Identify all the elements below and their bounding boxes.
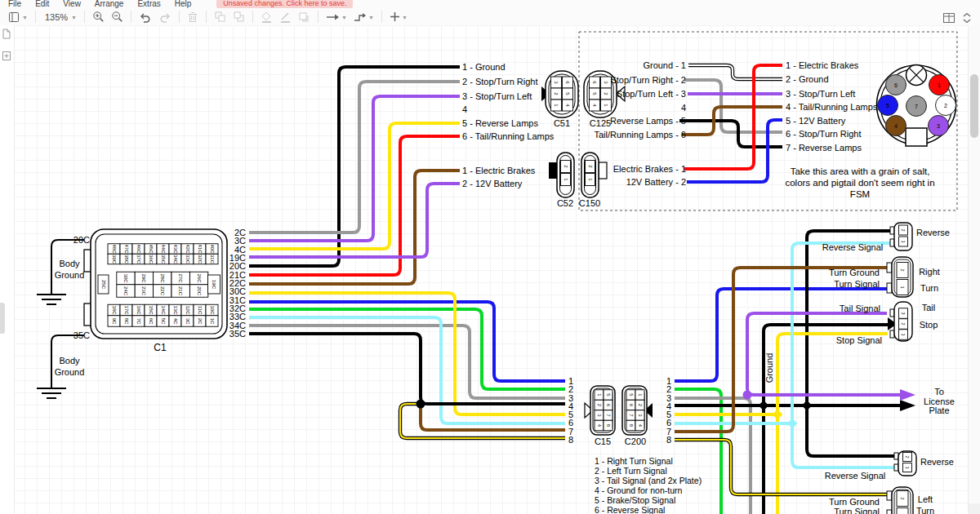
menu-view[interactable]: View xyxy=(63,0,81,8)
wire-35c-pin4[interactable] xyxy=(249,334,565,404)
brake-labels[interactable]: 1 - Electric Brakes2 - 12V Battery xyxy=(462,166,536,188)
harness-legend-line-5: 6 - Reverse Signal xyxy=(595,505,665,514)
wire-ground-pin8-outline[interactable] xyxy=(400,404,565,438)
mid-label-2: Stop/Turn Left - 3 xyxy=(617,89,686,99)
collapse-expand-button[interactable] xyxy=(959,10,975,26)
junction-diamond-black[interactable] xyxy=(759,401,769,411)
reverse-pin-1: 1 xyxy=(901,240,906,242)
chevron-down-icon: ▼ xyxy=(71,15,77,20)
left-panel-strip xyxy=(0,25,15,514)
arrow-right-icon xyxy=(326,12,340,22)
separator xyxy=(131,11,131,23)
waypoint-style-button[interactable]: ▼ xyxy=(350,9,377,25)
page-view-icon xyxy=(8,11,20,23)
to-front-button[interactable] xyxy=(211,9,229,25)
tab xyxy=(890,309,894,317)
stop-signal-label: Stop Signal xyxy=(836,335,882,345)
c1-pin-2: 37C xyxy=(136,255,141,264)
plug-label-0: 1 - Electric Brakes xyxy=(786,60,859,70)
junction-dot[interactable] xyxy=(416,400,425,409)
wire-battery-crossover[interactable] xyxy=(687,120,782,182)
mid-labels-lower[interactable]: Electric Brakes - 112V Battery - 2 xyxy=(613,164,686,187)
left-turn-pin-0: 2 xyxy=(900,497,905,499)
menu-help[interactable]: Help xyxy=(175,0,192,8)
wire-32c-pin2[interactable] xyxy=(249,309,565,389)
harness-pin-left-7: 8 xyxy=(568,435,573,445)
menu-arrange[interactable]: Arrange xyxy=(95,0,124,8)
chevron-down-icon: ▼ xyxy=(22,15,28,20)
connector-reverse-top[interactable]: 21 xyxy=(890,223,912,250)
wire-ground-reverse-bottom[interactable] xyxy=(807,405,898,456)
license-plate-arrow-black[interactable] xyxy=(900,400,915,411)
plug-labels[interactable]: 1 - Electric Brakes2 - Ground3 - Stop/Tu… xyxy=(786,60,878,153)
wire-31c-pin1[interactable] xyxy=(249,302,565,381)
shadow-button[interactable] xyxy=(295,9,314,25)
unsaved-changes-banner[interactable]: Unsaved changes. Click here to save. xyxy=(216,0,353,8)
redo-button[interactable] xyxy=(155,9,175,25)
add-page-icon[interactable] xyxy=(2,51,11,61)
tab xyxy=(887,283,892,293)
wire-left-turn-feed[interactable] xyxy=(675,389,721,514)
tab xyxy=(894,453,898,459)
connector-c1[interactable]: 48C47C46C45C44C43C42C41C40C 39C38C37C36C… xyxy=(84,229,227,353)
license-plate-arrow-purple[interactable] xyxy=(900,389,915,401)
connector-c200[interactable]: 5678 1234 C200 xyxy=(622,386,653,446)
menu-extras[interactable]: Extras xyxy=(137,0,160,8)
fill-color-button[interactable] xyxy=(257,9,276,25)
panel-grip[interactable] xyxy=(0,303,5,334)
connector-left-turn[interactable]: 21 xyxy=(887,487,913,514)
connection-style-button[interactable]: ▼ xyxy=(323,9,350,25)
wire-battery-19c[interactable] xyxy=(249,184,460,257)
junction-diamond-cyan[interactable] xyxy=(787,419,798,429)
scrollbar-thumb[interactable] xyxy=(970,74,978,138)
pigtail-label-3: 4 xyxy=(462,104,467,114)
format-panel-button[interactable] xyxy=(939,10,959,26)
connector-c52[interactable]: 21 C52 xyxy=(549,153,574,208)
round-trailer-connector[interactable]: 1234567 xyxy=(877,65,956,147)
zoom-in-button[interactable] xyxy=(89,9,108,25)
pigtail-labels[interactable]: 1 - Ground2 - Stop/Turn Right3 - Stop/Tu… xyxy=(462,62,555,141)
harness-pins-left[interactable]: 12345678 xyxy=(568,376,573,445)
view-button[interactable]: ▼ xyxy=(5,9,31,25)
wire-34c-pin3[interactable] xyxy=(249,326,565,398)
drawing-canvas[interactable]: 48C47C46C45C44C43C42C41C40C 39C38C37C36C… xyxy=(0,25,980,514)
wire-ground-crossover-outline[interactable] xyxy=(688,65,782,79)
table-icon xyxy=(942,12,956,24)
turn-signal-label: Turn Signal xyxy=(834,279,880,289)
zoom-out-button[interactable] xyxy=(108,9,127,25)
wire-ground-pin8[interactable] xyxy=(400,404,565,438)
connector-c15[interactable]: 1234 5678 C15 xyxy=(585,386,615,446)
junction-diamond-yellow[interactable] xyxy=(773,410,783,420)
menu-edit[interactable]: Edit xyxy=(35,0,49,8)
separator xyxy=(206,11,207,23)
insert-button[interactable]: ▼ xyxy=(386,9,411,25)
connector-reverse-bottom[interactable]: 21 xyxy=(894,451,916,476)
connector-tail-stop[interactable]: 321 xyxy=(888,302,912,341)
left-turn-label: Left xyxy=(918,494,933,504)
to-back-button[interactable] xyxy=(229,9,248,25)
junction-dot-purple[interactable] xyxy=(743,391,752,400)
connector-c150[interactable]: 21 C150 xyxy=(579,153,607,208)
tail-stop-label: Stop xyxy=(920,320,938,330)
harness-pins-right[interactable]: 12345678 xyxy=(666,376,671,445)
c1-right-pin-labels[interactable]: 2C3C4C19C20C21C22C30C31C32C33C34C35C xyxy=(229,228,246,339)
connector-right-turn[interactable]: 21 xyxy=(887,257,913,297)
undo-button[interactable] xyxy=(136,9,155,25)
note-text[interactable]: Take this area with a grain of salt, col… xyxy=(785,166,934,199)
wire-30c-pin5[interactable] xyxy=(249,293,565,414)
menu-file[interactable]: File xyxy=(8,0,21,8)
license-plate-label: Plate xyxy=(929,405,949,415)
tab xyxy=(894,464,898,471)
wire-ground-reverse-top[interactable] xyxy=(807,231,894,405)
wire-stop-signal-up[interactable] xyxy=(777,334,888,414)
vertical-scrollbar[interactable] xyxy=(968,25,980,514)
tail-stop-pin-0: 3 xyxy=(901,312,906,314)
connector-c51[interactable]: 321 654 C51 xyxy=(541,71,578,128)
page-icon[interactable] xyxy=(2,29,11,39)
junction-diamond-black[interactable] xyxy=(802,401,813,411)
delete-button[interactable] xyxy=(184,9,202,25)
harness-legend[interactable]: 1 - Right Turn Signal2 - Left Turn Signa… xyxy=(595,456,702,514)
line-color-button[interactable] xyxy=(276,9,295,25)
reverse-signal-label: Reverse Signal xyxy=(825,471,886,481)
zoom-level-button[interactable]: 135% ▼ xyxy=(40,9,80,25)
